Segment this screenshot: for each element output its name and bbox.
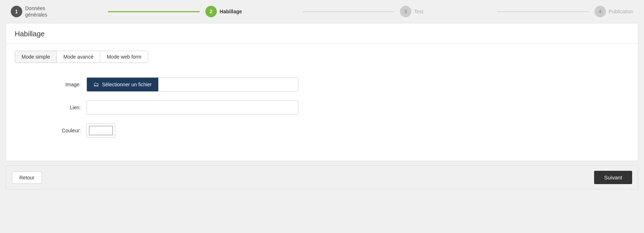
suivant-button[interactable]: Suivant xyxy=(594,171,632,184)
card-header: Habillage xyxy=(6,23,638,44)
step-line-1 xyxy=(108,11,200,12)
tab-mode-web-form[interactable]: Mode web form xyxy=(100,51,148,63)
step-line-3 xyxy=(497,11,589,12)
step-label-4: Publication xyxy=(609,8,634,15)
couleur-row: Couleur: xyxy=(15,123,629,138)
step-label-2: Habillage xyxy=(220,8,242,15)
stepper: 1 Données générales 2 Habillage 3 Test 4… xyxy=(0,0,644,23)
mode-tabs: Mode simple Mode avancé Mode web form xyxy=(15,51,148,63)
step-3: 3 Test xyxy=(400,6,491,17)
select-file-button[interactable]: Sélectionner un fichier xyxy=(87,78,158,91)
main-content: Habillage Mode simple Mode avancé Mode w… xyxy=(0,23,644,195)
card-body: Mode simple Mode avancé Mode web form Im… xyxy=(6,44,638,161)
select-file-label: Sélectionner un fichier xyxy=(102,82,152,87)
step-label-3: Test xyxy=(414,8,424,15)
couleur-field-wrapper xyxy=(87,123,115,138)
tab-mode-avance[interactable]: Mode avancé xyxy=(57,51,100,63)
step-2: 2 Habillage xyxy=(205,6,297,17)
image-row: Image: Sélectionner un fichier xyxy=(15,77,629,92)
couleur-input[interactable] xyxy=(87,123,115,138)
step-line-2 xyxy=(303,11,394,12)
tab-mode-simple[interactable]: Mode simple xyxy=(15,51,57,63)
step-circle-4: 4 xyxy=(594,6,606,17)
image-file-input[interactable]: Sélectionner un fichier xyxy=(87,77,298,92)
couleur-label: Couleur: xyxy=(15,128,87,133)
step-4: 4 Publication xyxy=(594,6,634,17)
step-1: 1 Données générales xyxy=(11,5,102,18)
retour-button[interactable]: Retour xyxy=(12,172,42,184)
step-circle-1: 1 xyxy=(11,6,22,17)
lien-row: Lien: xyxy=(15,100,629,115)
card-title: Habillage xyxy=(15,30,629,38)
step-circle-3: 3 xyxy=(400,6,411,17)
form-section: Image: Sélectionner un fichier Lien: xyxy=(15,74,629,150)
bottom-bar: Retour Suivant xyxy=(6,165,638,189)
file-display-area xyxy=(158,78,298,91)
image-label: Image: xyxy=(15,82,87,87)
step-label-1: Données générales xyxy=(25,5,47,18)
folder-icon xyxy=(93,81,99,88)
lien-field-wrapper xyxy=(87,100,298,115)
step-circle-2: 2 xyxy=(205,6,217,17)
habillage-card: Habillage Mode simple Mode avancé Mode w… xyxy=(6,23,638,161)
lien-input[interactable] xyxy=(87,100,298,115)
lien-label: Lien: xyxy=(15,105,87,110)
